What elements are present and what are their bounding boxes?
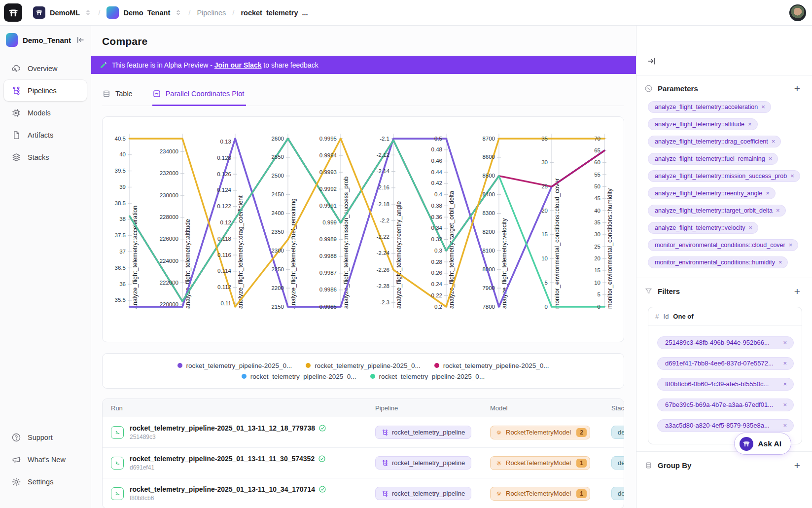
legend-item[interactable]: rocket_telemetry_pipeline-2025_0... [242, 373, 356, 380]
tenant-name[interactable]: Demo_Tenant [123, 9, 170, 17]
remove-chip-icon[interactable]: × [766, 189, 770, 197]
model-chip[interactable]: RocketTelemetryModel2 [490, 426, 590, 439]
remove-chip-icon[interactable]: × [772, 138, 776, 145]
run-cell: rocket_telemetry_pipeline-2025_01_13-11_… [103, 485, 367, 502]
org-name[interactable]: DemoML [50, 9, 80, 17]
parameter-chip[interactable]: analyze_flight_telemetry::velocity× [648, 222, 758, 234]
remove-chip-icon[interactable]: × [769, 155, 773, 162]
column-header-run[interactable]: Run [103, 404, 367, 412]
join-slack-link[interactable]: Join our Slack [214, 61, 262, 69]
axis-tick-label: 8300 [482, 210, 495, 216]
legend-item[interactable]: rocket_telemetry_pipeline-2025_0... [370, 373, 485, 380]
panel-collapse-icon[interactable] [647, 59, 657, 68]
legend-item[interactable]: rocket_telemetry_pipeline-2025_0... [177, 362, 292, 369]
legend-item[interactable]: rocket_telemetry_pipeline-2025_0... [434, 362, 549, 369]
add-filter-button[interactable]: + [794, 286, 800, 296]
remove-chip-icon[interactable]: × [783, 380, 787, 388]
filter-value-chip[interactable]: f80b8cb6-0b60-4c39-afe5-bf5550c...× [657, 378, 794, 391]
axis-tick-label: 65 [594, 147, 600, 153]
pipeline-chip[interactable]: rocket_telemetry_pipeline [375, 487, 471, 500]
sidebar-item-models[interactable]: Models [4, 102, 87, 123]
pipelines-icon [11, 86, 21, 96]
parameter-chip[interactable]: analyze_flight_telemetry::target_orbit_d… [648, 205, 786, 217]
org-selector-icon[interactable] [84, 9, 92, 16]
parameter-chip[interactable]: analyze_flight_telemetry::fuel_remaining… [648, 153, 778, 165]
parameter-chip[interactable]: analyze_flight_telemetry::mission_succes… [648, 170, 800, 182]
axis-tick-label: 0.9988 [319, 253, 337, 259]
stack-chip[interactable]: default [611, 426, 624, 439]
filter-value-chip[interactable]: d691ef41-7bb8-4ee6-837d-07e5572...× [657, 357, 794, 370]
model-chip[interactable]: RocketTelemetryModel1 [490, 487, 590, 501]
stack-chip[interactable]: default [611, 456, 624, 470]
column-header-stack[interactable]: Stack [603, 404, 624, 412]
tab-table[interactable]: Table [102, 88, 135, 106]
filter-operator[interactable]: One of [673, 313, 693, 320]
parameter-chip[interactable]: monitor_environmental_conditions::humidi… [648, 256, 788, 268]
column-header-pipeline[interactable]: Pipeline [367, 404, 482, 412]
remove-chip-icon[interactable]: × [783, 360, 787, 367]
breadcrumb-separator: / [230, 8, 236, 17]
filter-field[interactable]: Id [664, 313, 669, 320]
parameter-chip[interactable]: analyze_flight_telemetry::drag_coefficie… [648, 136, 781, 147]
stack-chip[interactable]: default [611, 487, 624, 500]
run-name[interactable]: rocket_telemetry_pipeline-2025_01_13-11_… [130, 485, 315, 493]
filter-value-chip[interactable]: 67be39c5-b69a-4b7e-a3aa-67edf01...× [657, 399, 794, 411]
pipeline-chip[interactable]: rocket_telemetry_pipeline [375, 456, 471, 470]
filter-value-chip[interactable]: a3ac5d80-a820-4ef5-8579-935e8a...× [657, 419, 794, 432]
sidebar-collapse-icon[interactable] [76, 36, 85, 44]
plot-canvas[interactable]: analyze_flight_telemetry::accelerationan… [103, 117, 624, 342]
axis-tick-label: 15 [594, 267, 600, 273]
parameter-chip[interactable]: monitor_environmental_conditions::cloud_… [648, 239, 798, 251]
sidebar-item-overview[interactable]: Overview [4, 58, 87, 79]
remove-chip-icon[interactable]: × [783, 401, 787, 408]
ask-ai-button[interactable]: Ask AI [734, 433, 791, 455]
breadcrumb-pipelines-link[interactable]: Pipelines [197, 9, 226, 17]
group-by-title: Group By [658, 461, 691, 470]
parameter-chip-label: analyze_flight_telemetry::fuel_remaining [655, 155, 765, 162]
axis-tick-label: 35.5 [115, 297, 126, 303]
table-row[interactable]: rocket_telemetry_pipeline-2025_01_13-11_… [103, 417, 624, 448]
remove-chip-icon[interactable]: × [789, 241, 793, 249]
table-row[interactable]: rocket_telemetry_pipeline-2025_01_13-11_… [103, 478, 624, 508]
remove-chip-icon[interactable]: × [776, 207, 780, 214]
run-name[interactable]: rocket_telemetry_pipeline-2025_01_13-11_… [130, 455, 315, 463]
remove-chip-icon[interactable]: × [778, 258, 782, 266]
add-parameter-button[interactable]: + [794, 83, 800, 94]
run-cell: rocket_telemetry_pipeline-2025_01_13-11_… [103, 455, 367, 471]
tenant-selector-icon[interactable] [175, 9, 182, 16]
table-row[interactable]: rocket_telemetry_pipeline-2025_01_13-11_… [103, 448, 624, 478]
user-avatar[interactable] [789, 4, 806, 21]
run-line[interactable] [130, 139, 604, 307]
parameter-chip[interactable]: analyze_flight_telemetry::reentry_angle× [648, 187, 776, 199]
parallel-coordinates-plot[interactable]: analyze_flight_telemetry::accelerationan… [102, 116, 624, 342]
remove-chip-icon[interactable]: × [783, 339, 787, 346]
parameter-chip[interactable]: analyze_flight_telemetry::acceleration× [648, 101, 771, 113]
model-chip[interactable]: RocketTelemetryModel1 [490, 456, 590, 470]
remove-chip-icon[interactable]: × [790, 172, 794, 180]
axis-title: monitor_environmental_conditions::humidi… [606, 188, 613, 309]
axis-tick-label: 0.42 [431, 180, 442, 186]
sidebar-item-support[interactable]: Support [4, 427, 87, 448]
axis-tick-label: 20 [594, 255, 600, 261]
legend-item[interactable]: rocket_telemetry_pipeline-2025_0... [306, 362, 421, 369]
parameter-chip-label: analyze_flight_telemetry::altitude [655, 121, 744, 128]
parameter-chip[interactable]: analyze_flight_telemetry::altitude× [648, 118, 758, 130]
sidebar-item-pipelines[interactable]: Pipelines [4, 80, 87, 101]
sidebar-item-what-s-new[interactable]: What's New [4, 449, 87, 470]
axis-tick-label: -2.18 [377, 201, 389, 207]
sidebar-item-artifacts[interactable]: Artifacts [4, 124, 87, 145]
add-group-by-button[interactable]: + [794, 460, 800, 471]
sidebar-item-settings[interactable]: Settings [4, 471, 87, 492]
filter-value-chip[interactable]: 251489c3-48fb-496b-944e-952b66...× [657, 336, 794, 349]
remove-chip-icon[interactable]: × [783, 422, 787, 429]
column-header-model[interactable]: Model [482, 404, 603, 412]
pipeline-chip[interactable]: rocket_telemetry_pipeline [375, 426, 471, 439]
remove-chip-icon[interactable]: × [748, 120, 752, 128]
tenant-badge [6, 33, 18, 47]
zenml-logo[interactable] [4, 3, 22, 22]
run-name[interactable]: rocket_telemetry_pipeline-2025_01_13-11_… [130, 424, 315, 432]
sidebar-item-stacks[interactable]: Stacks [4, 146, 87, 168]
remove-chip-icon[interactable]: × [748, 224, 752, 231]
tab-parallel-coordinates-plot[interactable]: Parallel Coordinates Plot [152, 88, 247, 106]
remove-chip-icon[interactable]: × [761, 103, 765, 110]
